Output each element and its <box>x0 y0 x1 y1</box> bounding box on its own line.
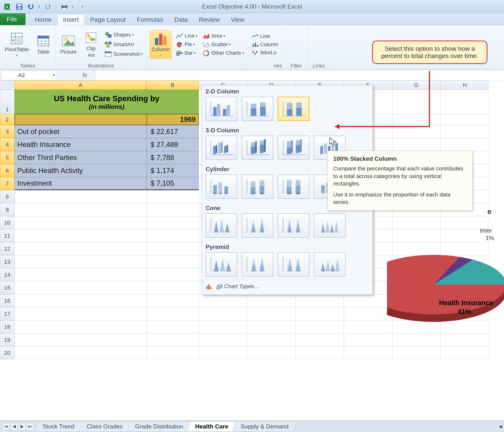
print-dropdown-icon[interactable]: ▾ <box>72 4 74 9</box>
cell[interactable] <box>147 320 199 333</box>
column-chart-button[interactable]: Column ▾ <box>150 30 171 59</box>
cell[interactable] <box>344 333 392 346</box>
fx-icon[interactable]: fx <box>78 72 91 78</box>
line-chart-button[interactable]: Line▾ <box>175 32 198 39</box>
formula-input[interactable] <box>95 70 504 80</box>
sparkline-winloss-button[interactable]: Win/Lo <box>251 49 277 56</box>
row-header-11[interactable]: 11 <box>0 229 15 242</box>
sheet-tab-stock-trend[interactable]: Stock Trend <box>35 421 82 432</box>
tab-page-layout[interactable]: Page Layout <box>85 15 131 25</box>
undo-icon[interactable] <box>27 3 35 11</box>
print-icon[interactable] <box>60 3 68 11</box>
tab-data[interactable]: Data <box>169 15 193 25</box>
cell[interactable] <box>15 281 147 294</box>
undo-dropdown-icon[interactable]: ▾ <box>38 4 40 9</box>
cell[interactable] <box>147 268 199 281</box>
cell[interactable] <box>147 190 199 203</box>
cell[interactable] <box>247 307 296 320</box>
chart-opt-cylinder-stacked[interactable] <box>242 174 273 199</box>
other-charts-button[interactable]: Other Charts▾ <box>202 49 245 57</box>
row-header-17[interactable]: 17 <box>0 307 15 320</box>
row-header-2[interactable]: 2 <box>0 114 15 125</box>
cell[interactable] <box>247 320 296 333</box>
cell[interactable] <box>344 294 392 307</box>
chart-opt-3d-clustered[interactable] <box>206 136 237 160</box>
cell[interactable] <box>441 114 489 125</box>
area-chart-button[interactable]: Area▾ <box>202 32 245 39</box>
cell[interactable] <box>147 229 199 242</box>
cell[interactable] <box>147 333 199 346</box>
cell-a6[interactable]: Public Health Activity <box>15 164 147 177</box>
cell[interactable] <box>15 203 147 216</box>
sheet-nav-next[interactable]: ▶ <box>18 423 26 430</box>
row-header-7[interactable]: 7 <box>0 177 15 190</box>
cell-a5[interactable]: Other Third Parties <box>15 151 147 164</box>
row-header-5[interactable]: 5 <box>0 151 15 164</box>
sheet-nav-prev[interactable]: ◀ <box>10 423 18 430</box>
cell-b3[interactable]: $ 22,617 <box>147 125 199 138</box>
scatter-chart-button[interactable]: Scatter▾ <box>202 41 245 48</box>
cell[interactable] <box>392 346 441 360</box>
chart-opt-cone-stacked[interactable] <box>242 213 273 238</box>
cell-a2[interactable] <box>15 114 147 125</box>
row-header-19[interactable]: 19 <box>0 333 15 346</box>
clipart-button[interactable]: Clip Art <box>82 30 100 59</box>
chart-opt-3d-stacked[interactable] <box>242 136 273 160</box>
excel-icon[interactable]: X <box>4 3 12 11</box>
row-header-8[interactable]: 8 <box>0 190 15 203</box>
cell-a4[interactable]: Health Insurance <box>15 138 147 151</box>
row-header-3[interactable]: 3 <box>0 125 15 138</box>
cell[interactable] <box>147 346 199 360</box>
name-box[interactable]: A2 ▾ <box>1 70 57 80</box>
cell-b5[interactable]: $ 7,788 <box>147 151 199 164</box>
chart-opt-cone-clustered[interactable] <box>206 213 237 238</box>
chart-opt-pyramid-100-stacked[interactable] <box>278 252 309 277</box>
cell[interactable] <box>344 320 392 333</box>
cell[interactable] <box>15 294 147 307</box>
row-header-4[interactable]: 4 <box>0 138 15 151</box>
scroll-left-icon[interactable]: ◀ <box>496 424 504 429</box>
chart-opt-cylinder-clustered[interactable] <box>206 174 237 199</box>
picture-button[interactable]: Picture <box>58 33 78 56</box>
cell[interactable] <box>15 333 147 346</box>
cell[interactable] <box>199 346 247 360</box>
cell-b6[interactable]: $ 1,174 <box>147 164 199 177</box>
qat-customize-icon[interactable]: ▾ <box>79 4 83 9</box>
cell[interactable] <box>147 255 199 268</box>
cell[interactable] <box>344 307 392 320</box>
cell[interactable] <box>392 333 441 346</box>
chart-opt-clustered-column[interactable] <box>206 97 237 121</box>
chart-opt-3d-100-stacked[interactable] <box>278 136 309 160</box>
chart-opt-cone-3d[interactable] <box>314 213 345 238</box>
table-button[interactable]: Table <box>34 33 52 56</box>
smartart-button[interactable]: SmartArt <box>104 41 144 48</box>
cell-a7[interactable]: Investment <box>15 177 147 190</box>
file-tab[interactable]: File <box>0 13 26 25</box>
cell[interactable] <box>147 307 199 320</box>
col-header-a[interactable]: A <box>15 80 147 90</box>
row-header-18[interactable]: 18 <box>0 320 15 333</box>
cell[interactable] <box>296 320 344 333</box>
cell[interactable] <box>296 346 344 360</box>
cell[interactable] <box>15 320 147 333</box>
cell-a3[interactable]: Out of pocket <box>15 125 147 138</box>
cell-b2[interactable]: 1969 <box>147 114 199 125</box>
sheet-tab-health-care[interactable]: Health Care <box>188 421 236 432</box>
chart-opt-100-stacked-column[interactable] <box>278 97 309 121</box>
redo-dropdown-icon[interactable]: ▾ <box>55 4 57 9</box>
cell[interactable] <box>344 346 392 360</box>
pivottable-button[interactable]: PivotTable ▾ <box>3 30 31 58</box>
screenshot-button[interactable]: Screenshot▾ <box>104 50 144 58</box>
cell[interactable] <box>296 307 344 320</box>
cell[interactable] <box>296 294 344 307</box>
cell[interactable] <box>199 320 247 333</box>
cell[interactable] <box>199 333 247 346</box>
cell[interactable] <box>296 333 344 346</box>
cell[interactable] <box>199 294 247 307</box>
cell[interactable] <box>441 346 489 360</box>
chart-opt-stacked-column[interactable] <box>242 97 273 121</box>
cell[interactable] <box>15 307 147 320</box>
bar-chart-button[interactable]: Bar▾ <box>175 49 198 57</box>
cell[interactable] <box>15 242 147 255</box>
row-header-10[interactable]: 10 <box>0 216 15 229</box>
